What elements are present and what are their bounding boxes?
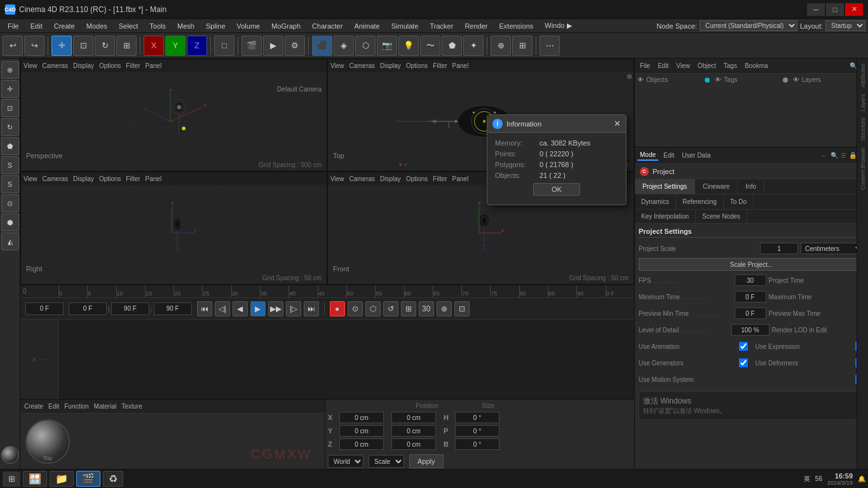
mat-texture-menu[interactable]: Texture — [121, 403, 142, 410]
menu-extensions[interactable]: Extensions — [494, 21, 538, 31]
tab-referencing[interactable]: Referencing — [676, 194, 724, 209]
coord-pos-y-input[interactable] — [339, 425, 384, 437]
vp-front-cameras[interactable]: Cameras — [349, 175, 376, 182]
undo-button[interactable]: ↩ — [3, 36, 23, 56]
information-modal-header[interactable]: i Information ✕ — [487, 115, 626, 133]
menu-modes[interactable]: Modes — [81, 21, 112, 31]
vp-front-filter[interactable]: Filter — [433, 175, 447, 182]
vp-right-options[interactable]: Options — [99, 175, 121, 182]
scale-project-button[interactable]: Scale Project... — [639, 258, 864, 271]
scale-select[interactable]: Scale — [369, 455, 404, 468]
menu-animate[interactable]: Animate — [349, 21, 384, 31]
tags-eye-icon[interactable]: 👁 — [715, 76, 721, 83]
y-axis-button[interactable]: Y — [165, 36, 186, 56]
menu-tracker[interactable]: Tracker — [425, 21, 459, 31]
taskbar-app-explorer[interactable]: 🪟 — [23, 471, 47, 487]
coord-size-y-input[interactable] — [391, 425, 436, 437]
particles-button[interactable]: ✦ — [463, 36, 484, 56]
ls-mat-sphere[interactable] — [1, 446, 19, 464]
coord-size-x-input[interactable] — [391, 412, 436, 423]
coord-rot-h-input[interactable] — [455, 412, 499, 423]
vp-front-panel[interactable]: Panel — [452, 175, 469, 182]
coord-size-z-input[interactable] — [391, 438, 436, 450]
obj-tags-menu[interactable]: Tags — [721, 61, 740, 71]
prev-frame-button[interactable]: ◀ — [233, 301, 248, 316]
maximize-button[interactable]: □ — [826, 3, 844, 16]
attr-back-button[interactable]: ← — [820, 151, 828, 160]
taskbar-notification-icon[interactable]: 🔔 — [858, 475, 865, 482]
render-button[interactable]: ⚙ — [285, 36, 305, 56]
vp-persp-view[interactable]: View — [24, 62, 37, 69]
ls-btn-1[interactable]: ⊕ — [1, 61, 19, 79]
taskbar-app-recycle[interactable]: ♻ — [103, 471, 123, 487]
z-axis-button[interactable]: Z — [187, 36, 207, 56]
vp-right-filter[interactable]: Filter — [126, 175, 140, 182]
camera-button[interactable]: 📷 — [377, 36, 397, 56]
attr-min-time-input[interactable] — [735, 291, 766, 302]
grid-button[interactable]: ⊞ — [512, 36, 532, 56]
prev-keyframe-button[interactable]: ◁| — [215, 301, 230, 316]
loop-button[interactable]: ⊞ — [401, 301, 416, 316]
node-space-select[interactable]: Current (Standard/Physical) — [700, 20, 797, 31]
attr-search-icon[interactable]: 🔍 — [831, 152, 838, 159]
object-mode-button[interactable]: □ — [214, 36, 234, 56]
obj-view-menu[interactable]: View — [674, 61, 693, 71]
first-frame-button[interactable]: ⏮ — [197, 301, 212, 316]
objects-eye-icon[interactable]: 👁 — [637, 76, 644, 83]
attr-mode-menu[interactable]: Mode — [637, 150, 658, 161]
timeline-track-area[interactable] — [58, 320, 634, 399]
move-tool-button[interactable]: ✛ — [51, 36, 72, 56]
snap-button[interactable]: ⊕ — [491, 36, 511, 56]
coord-rot-p-input[interactable] — [455, 425, 499, 437]
vp-top-settings-icon[interactable]: ⚙ — [627, 73, 632, 80]
x-axis-button[interactable]: X — [144, 36, 164, 56]
ls-btn-5[interactable]: ⬟ — [1, 137, 19, 155]
render-settings-button[interactable]: 🎬 — [241, 36, 262, 56]
more-button[interactable]: ⋯ — [539, 36, 560, 56]
redo-button[interactable]: ↪ — [24, 36, 44, 56]
menu-create[interactable]: Create — [49, 21, 80, 31]
coord-pos-x-input[interactable] — [339, 412, 384, 423]
motion-clip-button[interactable]: ⬡ — [365, 301, 381, 316]
subdiv-button[interactable]: ⬟ — [442, 36, 462, 56]
vp-top-view[interactable]: View — [330, 62, 344, 69]
tab-info[interactable]: Info — [738, 179, 764, 194]
vert-tab-content-browser[interactable]: Content Browser — [858, 145, 867, 193]
menu-window[interactable]: Windo ▶ — [539, 20, 576, 31]
snap-timeline-button[interactable]: ⊡ — [454, 301, 470, 316]
attr-userdata-menu[interactable]: User Data — [679, 151, 713, 160]
menu-mograph[interactable]: MoGraph — [266, 21, 306, 31]
record-button[interactable]: ● — [330, 301, 345, 316]
obj-object-menu[interactable]: Object — [695, 61, 719, 71]
vp-top-options[interactable]: Options — [406, 62, 428, 69]
vp-top-cameras[interactable]: Cameras — [349, 62, 376, 69]
mat-material-menu[interactable]: Material — [94, 403, 117, 410]
start-frame-input[interactable] — [69, 302, 107, 315]
menu-select[interactable]: Select — [114, 21, 144, 31]
tab-cineware[interactable]: Cineware — [695, 179, 738, 194]
vp-right-display[interactable]: Display — [73, 175, 94, 182]
cube-create-button[interactable]: ⬛ — [312, 36, 332, 56]
attr-use-gen-checkbox[interactable] — [739, 358, 748, 367]
information-close-button[interactable]: ✕ — [614, 119, 621, 128]
apply-button[interactable]: Apply — [409, 454, 444, 468]
vp-top-display[interactable]: Display — [380, 62, 401, 69]
tab-project-settings[interactable]: Project Settings — [635, 179, 695, 194]
null-button[interactable]: ◈ — [334, 36, 354, 56]
tab-scene-nodes[interactable]: Scene Nodes — [696, 210, 747, 223]
vp-right-cameras[interactable]: Cameras — [43, 175, 69, 182]
markers-button[interactable]: ⊕ — [437, 301, 452, 316]
vp-right-view[interactable]: View — [24, 175, 37, 182]
attr-filter-icon[interactable]: ☰ — [841, 152, 846, 159]
spline-button[interactable]: 〜 — [420, 36, 440, 56]
last-frame-button[interactable]: ⏭ — [304, 301, 319, 316]
close-button[interactable]: ✕ — [845, 3, 863, 16]
ls-btn-9[interactable]: ⬢ — [1, 214, 19, 231]
timeline-header-icon-1[interactable]: ≡ — [33, 356, 37, 363]
menu-file[interactable]: File — [3, 21, 24, 31]
viewport-right[interactable]: View Cameras Display Options Filter Pane… — [20, 172, 327, 285]
information-ok-button[interactable]: OK — [533, 183, 580, 196]
menu-render[interactable]: Render — [459, 21, 492, 31]
vp-top-filter[interactable]: Filter — [433, 62, 447, 69]
fps-button[interactable]: 30 — [419, 301, 434, 316]
